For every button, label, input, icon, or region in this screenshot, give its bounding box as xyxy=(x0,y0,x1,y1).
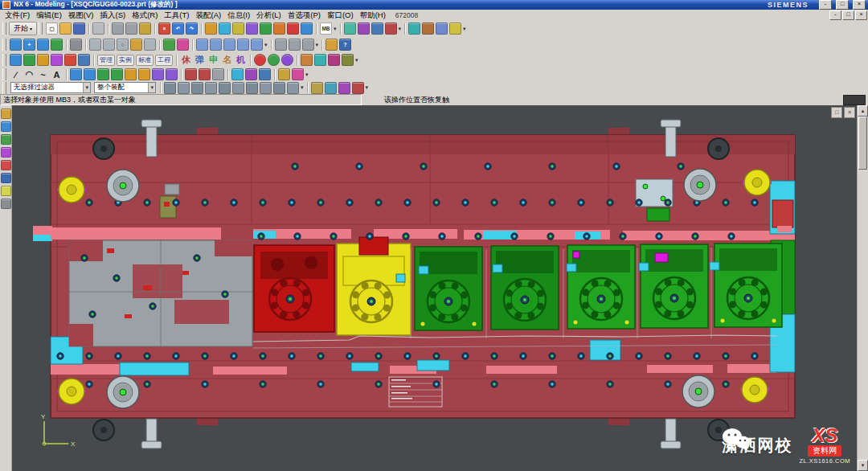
minimize-button[interactable]: - xyxy=(819,0,832,10)
pattern-curve-icon[interactable] xyxy=(245,68,257,80)
view-trimetric-icon[interactable] xyxy=(251,39,263,51)
top-selection-icon[interactable] xyxy=(325,82,337,94)
start-button[interactable]: 开始▾ xyxy=(9,22,37,35)
new-window-icon[interactable] xyxy=(275,39,287,51)
standard-red-dot-icon[interactable] xyxy=(254,54,266,66)
move-object-icon[interactable] xyxy=(344,23,356,35)
auto-dimension-icon[interactable] xyxy=(199,68,211,80)
shaded-with-edges-icon[interactable] xyxy=(89,39,101,51)
command-finder-icon[interactable] xyxy=(326,39,338,51)
hole-icon[interactable] xyxy=(260,23,272,35)
curve-toolbar-grip[interactable] xyxy=(2,68,6,80)
point-on-face-snap-icon[interactable] xyxy=(273,82,285,94)
doc-restore-button[interactable]: □ xyxy=(842,10,854,20)
machine-tool-button[interactable]: 机 xyxy=(235,54,247,66)
cascade-windows-icon[interactable] xyxy=(289,39,301,51)
quick-extend-icon[interactable] xyxy=(138,68,150,80)
text-tool-icon[interactable]: A xyxy=(51,70,63,80)
standard-green-dot-icon[interactable] xyxy=(268,54,280,66)
subtract-icon[interactable] xyxy=(287,23,299,35)
datum-plane-icon[interactable] xyxy=(219,23,231,35)
arc-icon[interactable]: ◠ xyxy=(23,69,35,80)
mirror-feature-icon[interactable] xyxy=(371,23,383,35)
maximize-view-icon[interactable]: □ xyxy=(831,107,842,118)
constraint-navigator-icon[interactable] xyxy=(1,121,11,132)
scroll-up-button[interactable]: ▲ xyxy=(858,105,868,117)
cut-icon[interactable] xyxy=(112,23,124,35)
menu-insert[interactable]: 插入(S) xyxy=(96,10,129,20)
extrude-icon[interactable] xyxy=(232,23,244,35)
part-navigator-icon[interactable] xyxy=(1,134,11,145)
sketch-icon[interactable] xyxy=(205,23,217,35)
edit-section-icon[interactable] xyxy=(385,23,397,35)
midpoint-snap-icon[interactable] xyxy=(178,82,190,94)
curve-group-caret[interactable]: ▾ xyxy=(305,72,309,78)
intersection-snap-icon[interactable] xyxy=(205,82,217,94)
standard-toolbar-grip[interactable] xyxy=(2,23,6,35)
measure-distance-icon[interactable] xyxy=(408,23,420,35)
redo-icon[interactable]: ↷ xyxy=(186,23,198,35)
menu-information[interactable]: 信息(I) xyxy=(224,10,253,20)
die-assembly-model[interactable]: X Y xyxy=(12,105,857,471)
point-icon[interactable] xyxy=(231,68,244,80)
revolve-icon[interactable] xyxy=(246,23,258,35)
spline-icon[interactable]: ~ xyxy=(37,70,49,80)
pan-icon[interactable] xyxy=(37,39,49,51)
paste-icon[interactable] xyxy=(139,23,151,35)
hd3d-tools-icon[interactable] xyxy=(1,160,11,170)
selection-bar-grip[interactable] xyxy=(2,82,6,94)
trim-insert-icon[interactable] xyxy=(314,54,326,66)
shaded-icon[interactable] xyxy=(103,39,115,51)
close-button[interactable]: × xyxy=(853,0,866,10)
geometric-constraint-icon[interactable] xyxy=(185,68,197,80)
analysis-group-caret[interactable]: ▾ xyxy=(463,26,466,32)
view-right-icon[interactable] xyxy=(223,39,235,51)
quadrant-snap-icon[interactable] xyxy=(232,82,244,94)
feature-group-caret[interactable]: ▾ xyxy=(399,26,402,32)
doc-close-button[interactable]: × xyxy=(855,10,867,20)
project-init-icon[interactable] xyxy=(10,54,22,66)
rectangle-icon[interactable] xyxy=(70,68,82,80)
name-tool-button[interactable]: 名 xyxy=(221,54,233,66)
relief-design-icon[interactable] xyxy=(301,54,313,66)
view-isometric-icon[interactable] xyxy=(237,39,249,51)
menu-help[interactable]: 帮助(H) xyxy=(357,10,389,20)
stop-at-intersection-icon[interactable] xyxy=(352,82,364,94)
pocket-design-icon[interactable] xyxy=(342,54,354,66)
die-group-caret[interactable]: ▾ xyxy=(355,57,358,63)
face-analysis-icon[interactable] xyxy=(144,39,156,51)
file-group-grip[interactable] xyxy=(39,23,43,35)
doc-minimize-button[interactable]: - xyxy=(829,10,841,20)
die-manage-button[interactable]: 管理 xyxy=(97,55,115,66)
view-orient-caret[interactable]: ▾ xyxy=(264,42,268,48)
chamfer-icon[interactable] xyxy=(111,68,123,80)
scroll-down-button[interactable]: ▼ xyxy=(858,460,868,471)
web-browser-icon[interactable] xyxy=(1,173,11,183)
restore-button[interactable]: □ xyxy=(836,0,849,10)
system-materials-icon[interactable] xyxy=(1,199,11,209)
delete-icon[interactable]: × xyxy=(158,23,170,35)
control-point-snap-icon[interactable] xyxy=(191,82,203,94)
menu-window[interactable]: 窗口(O) xyxy=(324,10,357,20)
pattern-feature-icon[interactable] xyxy=(358,23,370,35)
graphics-window[interactable]: X Y □ ≡ 潇洒网校 xyxy=(12,105,857,471)
blank-generator-icon[interactable] xyxy=(23,54,35,66)
existing-point-snap-icon[interactable] xyxy=(246,82,258,94)
print-icon[interactable] xyxy=(92,23,104,35)
die-standard-button[interactable]: 标准 xyxy=(136,55,154,66)
menu-edit[interactable]: 编辑(E) xyxy=(33,10,65,20)
unite-icon[interactable] xyxy=(273,23,285,35)
tile-windows-icon[interactable] xyxy=(302,39,314,51)
highlight-selection-icon[interactable] xyxy=(311,82,323,94)
project-curve-icon[interactable] xyxy=(166,68,178,80)
assembly-navigator-icon[interactable] xyxy=(1,109,11,119)
menu-assemblies[interactable]: 装配(A) xyxy=(193,10,225,20)
mirror-curve-icon[interactable] xyxy=(259,68,271,80)
show-constraints-icon[interactable] xyxy=(212,68,224,80)
menu-view[interactable]: 视图(V) xyxy=(65,10,97,20)
arc-center-snap-icon[interactable] xyxy=(219,82,231,94)
show-hide-icon[interactable] xyxy=(177,39,189,51)
die-insert-icon[interactable] xyxy=(78,54,90,66)
spring-tool-button[interactable]: 弹 xyxy=(194,54,206,66)
selection-group-caret[interactable]: ▾ xyxy=(366,84,369,91)
